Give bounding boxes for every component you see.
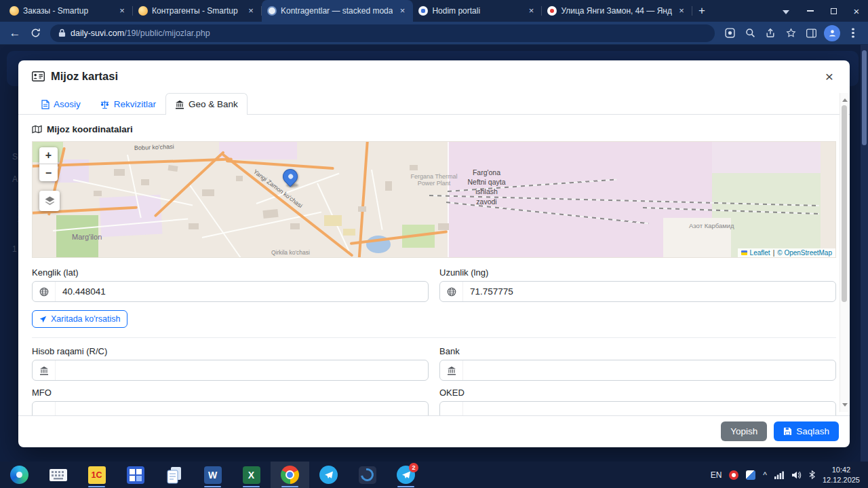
map-users-icon [32, 125, 42, 134]
show-on-map-button[interactable]: Xaritada ko'rsatish [32, 310, 127, 328]
browser-tab-zakazy[interactable]: Заказы - Smartup × [4, 0, 133, 22]
leaflet-map[interactable]: Bobur ko'chasi Marg'ilon Yangi Zamon ko'… [32, 141, 836, 258]
zoom-in-button[interactable]: + [39, 147, 58, 164]
lock-icon [58, 29, 66, 37]
bank-icon [33, 402, 56, 415]
leaflet-flag-icon [741, 250, 747, 255]
lng-input[interactable] [463, 286, 835, 297]
address-bar[interactable]: daily-suvi.com/19l/public/mijozlar.php [50, 24, 715, 42]
browser-tab-yandex[interactable]: Улица Янги Замон, 44 — Янд × [542, 0, 692, 22]
saqlash-label: Saqlash [796, 426, 829, 436]
scroll-down-arrow[interactable] [842, 403, 848, 409]
taskbar-app-word[interactable]: W [193, 462, 232, 488]
excel-icon: X [243, 466, 260, 484]
hidden-icons-chevron[interactable]: ^ [763, 470, 767, 480]
taskbar: 1С W X 2 EN ^ [0, 462, 868, 488]
map-zoom-control: + − [39, 147, 58, 181]
globe-icon [440, 282, 463, 301]
scales-icon [100, 100, 110, 109]
saqlash-button[interactable]: Saqlash [774, 421, 839, 441]
bank-input[interactable] [463, 365, 835, 375]
lat-input[interactable] [56, 286, 428, 297]
clock[interactable]: 10:42 12.12.2025 [823, 465, 860, 485]
map-layers-control[interactable] [39, 191, 60, 211]
tab-rekvizitlar[interactable]: Rekvizitlar [90, 93, 165, 115]
window-maximize-button[interactable] [822, 0, 845, 22]
share-icon[interactable] [761, 24, 780, 43]
scroll-up-arrow[interactable] [842, 96, 848, 102]
telegram-icon [319, 466, 338, 484]
word-icon: W [204, 466, 222, 484]
tab-asosiy[interactable]: Asosiy [32, 93, 90, 115]
clock-time: 10:42 [823, 465, 860, 474]
oked-input[interactable] [463, 407, 835, 415]
bookmark-star-icon[interactable] [781, 24, 800, 43]
map-label: Fergana Thermal Power Plant [407, 173, 461, 187]
hodim-favicon [418, 6, 428, 16]
modal-scrollbar[interactable] [840, 93, 848, 412]
browser-tab-hodim[interactable]: Hodim portali × [413, 0, 542, 22]
tray-record-icon[interactable] [729, 470, 738, 480]
side-panel-icon[interactable] [802, 24, 821, 43]
search-icon[interactable] [741, 24, 760, 43]
attribution-separator: | [773, 249, 775, 257]
taskbar-app-excel[interactable]: X [232, 462, 271, 488]
taskbar-app-1c[interactable]: 1С [77, 462, 116, 488]
reload-button[interactable] [26, 24, 45, 43]
page-scrollbar-thumb[interactable] [862, 50, 867, 145]
leaflet-link[interactable]: Leaflet [750, 249, 770, 257]
scrollbar-thumb[interactable] [842, 105, 847, 302]
tab-title: Hodim portali [432, 6, 521, 16]
mfo-input[interactable] [56, 407, 428, 415]
browser-toolbar: ← daily-suvi.com/19l/public/mijozlar.php [0, 22, 868, 45]
new-tab-button[interactable]: + [692, 1, 711, 20]
save-floppy-icon [783, 427, 792, 436]
tab-close-icon[interactable]: × [245, 5, 256, 16]
taskbar-app-telegram-2[interactable]: 2 [387, 462, 425, 488]
bank-label: Bank [439, 346, 836, 356]
openstreetmap-link[interactable]: © OpenStreetMap [777, 249, 832, 257]
network-icon[interactable] [774, 471, 784, 479]
taskbar-app-keyboard[interactable] [39, 462, 77, 488]
page-viewport: S A 1 2 1 Mijoz kartasi × Asosiy [0, 45, 868, 462]
bank-icon [440, 402, 463, 415]
page-scrollbar[interactable] [861, 45, 868, 462]
window-minimize-button[interactable] [799, 0, 822, 22]
taskbar-app-files[interactable] [155, 462, 193, 488]
taskbar-app-chrome[interactable] [271, 462, 309, 488]
keyboard-icon [50, 469, 67, 481]
file-icon [41, 100, 50, 109]
zoom-out-button[interactable]: − [39, 164, 58, 181]
smartup-favicon [138, 6, 148, 16]
tab-search-chevron-icon[interactable] [783, 10, 789, 18]
tab-label: Geo & Bank [189, 99, 238, 109]
tab-title: Kontragentlar — stacked moda [281, 6, 393, 16]
account-input[interactable] [56, 365, 428, 375]
tab-close-icon[interactable]: × [676, 5, 687, 16]
taskbar-app-dark[interactable] [348, 462, 387, 488]
lens-icon[interactable] [720, 24, 739, 43]
documents-icon [166, 466, 182, 484]
tab-close-icon[interactable]: × [117, 5, 127, 16]
volume-icon[interactable] [791, 471, 802, 479]
tab-geo-bank[interactable]: Geo & Bank [165, 93, 248, 115]
back-button[interactable]: ← [5, 24, 24, 43]
tray-app-icon[interactable] [746, 470, 755, 480]
bluetooth-icon[interactable] [809, 470, 815, 479]
map-attribution: Leaflet | © OpenStreetMap [738, 248, 835, 257]
taskbar-app-grid[interactable] [116, 462, 155, 488]
url-domain: daily-suvi.com [71, 29, 124, 38]
tab-close-icon[interactable]: × [397, 5, 408, 16]
show-on-map-label: Xaritada ko'rsatish [51, 314, 120, 324]
window-close-button[interactable]: × [845, 0, 868, 22]
modal-close-icon[interactable]: × [823, 69, 836, 83]
menu-kebab-icon[interactable] [844, 24, 863, 43]
language-indicator[interactable]: EN [711, 470, 722, 480]
taskbar-app-telegram[interactable] [309, 462, 348, 488]
tab-close-icon[interactable]: × [526, 5, 536, 16]
profile-avatar[interactable] [824, 25, 840, 41]
browser-tab-kontragenty[interactable]: Контрагенты - Smartup × [133, 0, 262, 22]
browser-tab-kontragentlar-active[interactable]: Kontragentlar — stacked moda × [262, 0, 413, 22]
start-button[interactable] [0, 462, 39, 488]
yopish-button[interactable]: Yopish [721, 421, 767, 441]
